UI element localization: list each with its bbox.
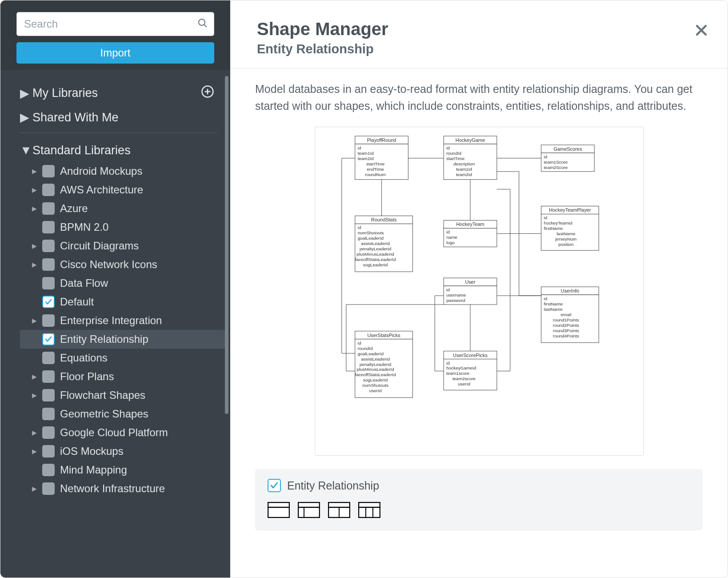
library-checkbox[interactable] (42, 389, 55, 401)
library-label: Default (60, 296, 94, 308)
page-subtitle: Entity Relationship (257, 42, 701, 56)
svg-point-0 (199, 19, 205, 25)
library-item[interactable]: ▶Cisco Network Icons (20, 255, 226, 274)
section-label: Standard Libraries (32, 144, 131, 157)
svg-text:sogLeaderId: sogLeaderId (363, 262, 387, 267)
shape-group: Entity Relationship (255, 469, 703, 530)
svg-text:round1Points: round1Points (553, 317, 579, 322)
svg-text:UserScorePicks: UserScorePicks (453, 353, 488, 358)
scrollbar-thumb[interactable] (225, 76, 228, 414)
entity-shape-1-icon[interactable] (268, 502, 290, 518)
library-label: Entity Relationship (60, 333, 148, 345)
library-item[interactable]: ▶Enterprise Integration (20, 311, 226, 330)
library-checkbox[interactable] (42, 202, 55, 215)
section-label: Shared With Me (32, 111, 119, 124)
library-item[interactable]: ▶Network Infrastructure (20, 479, 226, 498)
svg-text:UserInfo: UserInfo (560, 288, 579, 293)
library-label: Google Cloud Platform (60, 426, 168, 439)
library-item[interactable]: ▶Floor Plans (20, 367, 226, 386)
svg-text:plusMinusLeaderId: plusMinusLeaderId (356, 252, 394, 257)
add-library-icon[interactable] (201, 85, 214, 101)
library-label: Mind Mapping (60, 464, 127, 476)
svg-text:team2Score: team2Score (544, 165, 568, 170)
svg-text:name: name (446, 235, 457, 240)
svg-text:userId: userId (458, 381, 470, 386)
svg-text:lastName: lastName (556, 231, 576, 236)
library-item[interactable]: ▶Google Cloud Platform (20, 423, 226, 442)
tree-section-standard-libraries[interactable]: ▼ Standard Libraries (20, 139, 226, 162)
library-item[interactable]: ▶Geometric Shapes (20, 405, 226, 423)
svg-text:startTime: startTime (446, 156, 465, 161)
description-text: Model databases in an easy-to-read forma… (255, 81, 700, 114)
library-checkbox[interactable] (42, 184, 55, 196)
svg-text:assistLeaderId: assistLeaderId (361, 357, 390, 361)
library-item[interactable]: ▶Circuit Diagrams (20, 237, 226, 255)
close-icon[interactable] (694, 23, 709, 40)
shape-group-checkbox[interactable] (268, 479, 281, 492)
library-item[interactable]: ▶iOS Mockups (20, 442, 226, 461)
entity-shape-3-icon[interactable] (328, 502, 350, 518)
library-checkbox[interactable] (42, 296, 55, 308)
svg-text:id: id (446, 229, 450, 234)
svg-text:round3Points: round3Points (553, 328, 579, 333)
shape-manager-dialog: Import ▶ My Libraries ▶ Shared With Me (0, 0, 728, 578)
library-checkbox[interactable] (42, 165, 55, 177)
section-label: My Libraries (32, 86, 98, 100)
search-input[interactable] (16, 12, 214, 36)
library-item[interactable]: ▶Data Flow (20, 274, 226, 293)
svg-text:round2Points: round2Points (553, 323, 579, 328)
sidebar: Import ▶ My Libraries ▶ Shared With Me (0, 0, 230, 578)
library-checkbox[interactable] (42, 240, 55, 252)
svg-text:goalLeaderId: goalLeaderId (357, 236, 383, 241)
tree-section-my-libraries[interactable]: ▶ My Libraries (20, 80, 226, 106)
library-checkbox[interactable] (42, 370, 55, 383)
svg-text:endTime: endTime (367, 167, 384, 172)
library-checkbox[interactable] (42, 352, 55, 364)
library-checkbox[interactable] (42, 482, 55, 495)
library-item[interactable]: ▶AWS Architecture (20, 181, 226, 199)
library-checkbox[interactable] (42, 408, 55, 420)
caret-right-icon: ▶ (32, 392, 37, 399)
library-item[interactable]: ▶BPMN 2.0 (20, 218, 226, 237)
library-checkbox[interactable] (42, 314, 55, 327)
svg-text:roundId: roundId (357, 346, 372, 351)
main-panel: Shape Manager Entity Relationship Model … (230, 0, 728, 578)
library-label: Circuit Diagrams (60, 240, 139, 252)
library-label: Equations (60, 352, 108, 364)
caret-down-icon: ▼ (20, 144, 26, 157)
library-item[interactable]: ▶Flowchart Shapes (20, 386, 226, 405)
svg-line-1 (204, 25, 207, 28)
svg-text:jerseyNum: jerseyNum (555, 237, 576, 241)
library-checkbox[interactable] (42, 333, 55, 345)
library-checkbox[interactable] (42, 426, 55, 439)
caret-right-icon: ▶ (32, 205, 37, 212)
svg-text:HockeyGame: HockeyGame (455, 137, 484, 143)
library-item[interactable]: ▶Entity Relationship (20, 330, 226, 349)
import-button[interactable]: Import (16, 42, 214, 64)
shape-group-header[interactable]: Entity Relationship (268, 479, 690, 492)
entity-shape-2-icon[interactable] (298, 502, 320, 518)
svg-text:plusMinusLeaderId: plusMinusLeaderId (356, 367, 394, 372)
library-item[interactable]: ▶Azure (20, 199, 226, 218)
library-label: iOS Mockups (60, 445, 124, 458)
svg-text:email: email (560, 312, 571, 317)
library-checkbox[interactable] (42, 464, 55, 476)
library-item[interactable]: ▶Equations (20, 349, 226, 367)
library-item[interactable]: ▶Mind Mapping (20, 461, 226, 479)
caret-right-icon: ▶ (32, 317, 37, 324)
svg-text:numShutouts: numShutouts (362, 383, 388, 388)
library-checkbox[interactable] (42, 445, 55, 458)
library-item[interactable]: ▶Android Mockups (20, 162, 226, 181)
library-checkbox[interactable] (42, 258, 55, 271)
tree-section-shared-with-me[interactable]: ▶ Shared With Me (20, 106, 226, 129)
library-item[interactable]: ▶Default (20, 293, 226, 311)
svg-text:assistLeaderId: assistLeaderId (361, 241, 390, 246)
entity-shape-4-icon[interactable] (358, 502, 380, 518)
library-label: Enterprise Integration (60, 314, 162, 327)
svg-text:firstName: firstName (544, 226, 563, 231)
library-label: Geometric Shapes (60, 408, 148, 420)
search-icon (197, 18, 208, 30)
library-checkbox[interactable] (42, 221, 55, 233)
diagram-preview: PlayoffRound id team1Id team2Id startTim… (315, 127, 644, 456)
library-checkbox[interactable] (42, 277, 55, 289)
